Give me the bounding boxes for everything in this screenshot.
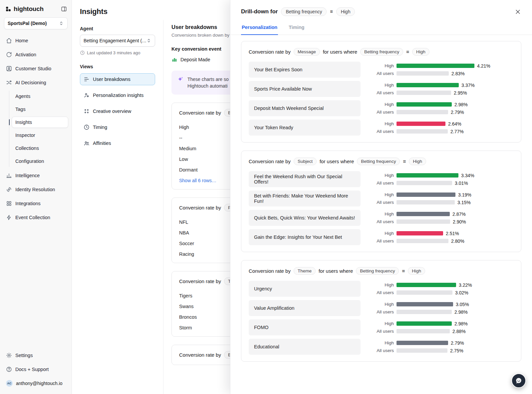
view-item-personalization-insights[interactable]: Personalization insights	[80, 89, 155, 101]
bar-series-label: High	[373, 340, 394, 345]
value-pill[interactable]: High	[409, 158, 426, 165]
card-header-prefix: Conversion rate by	[249, 49, 291, 55]
drilldown-card: Conversion rate byThemefor users whereBe…	[241, 260, 521, 362]
high-bar	[397, 64, 474, 68]
drawer-filter-pill[interactable]: Betting frequency	[281, 7, 327, 16]
sidebar-item-collections[interactable]: Collections	[12, 143, 68, 154]
close-icon[interactable]	[514, 8, 521, 15]
sidebar-item-agents[interactable]: Agents	[12, 91, 68, 102]
panel-collapse-icon[interactable]	[61, 6, 67, 12]
sidebar-item-inspector[interactable]: Inspector	[12, 130, 68, 141]
bar-value: 2.90%	[453, 219, 466, 224]
sidebar-item-insights[interactable]: Insights	[12, 117, 68, 128]
sidebar-item-event-collection[interactable]: Event Collection	[3, 211, 68, 223]
value-pill[interactable]: High	[408, 267, 425, 275]
bar-value: 3.05%	[456, 302, 469, 307]
user-account[interactable]: ACanthony@hightouch.io	[3, 377, 68, 389]
view-item-timing[interactable]: Timing	[80, 121, 155, 133]
metric-bars: High3.22%All users3.02%	[373, 282, 514, 295]
bar-series-label: High	[373, 321, 394, 326]
metric-bars: High3.05%All users2.98%	[373, 302, 514, 315]
chevron-updown-icon	[59, 21, 64, 26]
high-bar-line: High3.34%	[373, 173, 514, 178]
drawer-value-pill[interactable]: High	[336, 7, 355, 16]
card-header-prefix: Conversion rate by	[179, 110, 221, 116]
filter-pill[interactable]: Betting frequency	[360, 48, 403, 56]
sidebar-item-docs-support[interactable]: Docs + Support	[3, 363, 68, 375]
sidebar-item-intelligence[interactable]: Intelligence	[3, 170, 68, 182]
all-users-bar	[397, 219, 450, 224]
filter-pill[interactable]: Betting frequency	[357, 158, 400, 165]
brand-name: hightouch	[14, 5, 44, 13]
all-users-bar-line: All users2.77%	[373, 129, 514, 134]
bar-value: 2.95%	[454, 90, 467, 96]
metric-bars: High2.79%All users2.75%	[373, 340, 514, 353]
workspace-selector[interactable]: SportsPal (Demo)	[4, 17, 68, 29]
high-bar-line: High2.51%	[373, 231, 514, 236]
dimension-pill[interactable]: Subject	[294, 158, 317, 165]
metric-row: Your Token ReadyHigh2.64%All users2.77%	[249, 120, 514, 136]
sidebar-item-identity-resolution[interactable]: Identity Resolution	[3, 184, 68, 196]
view-item-creative-overview[interactable]: Creative overview	[80, 105, 155, 117]
sidebar-item-label: Home	[15, 38, 28, 43]
all-users-bar	[397, 290, 452, 295]
value-pill[interactable]: High	[412, 48, 429, 56]
high-bar-line: High3.19%	[373, 192, 514, 197]
metric-row: Value AmplificationHigh3.05%All users2.9…	[249, 300, 514, 316]
all-users-bar	[397, 310, 452, 314]
bar-value: 2.98%	[454, 309, 468, 315]
metric-row: UrgencyHigh3.22%All users3.02%	[249, 281, 514, 297]
all-users-bar-line: All users2.80%	[373, 238, 514, 244]
sidebar-item-configuration[interactable]: Configuration	[12, 156, 68, 167]
bar-value: 2.51%	[446, 231, 459, 236]
chat-icon	[515, 377, 522, 384]
user-email: anthony@hightouch.io	[16, 381, 63, 386]
sidebar-item-customer-studio[interactable]: Customer Studio	[3, 63, 68, 75]
ai-callout-line2: Hightouch automati	[187, 83, 229, 89]
sidebar-item-label: Customer Studio	[15, 66, 51, 71]
sidebar-nav: HomeActivationCustomer StudioAI Decision…	[0, 33, 72, 347]
metric-row-label: Educational	[249, 339, 361, 355]
sidebar-item-settings[interactable]: Settings	[3, 349, 68, 361]
user-breakdowns-icon	[84, 76, 90, 82]
last-updated-text: Last updated 3 minutes ago	[87, 50, 140, 55]
sidebar-item-tags[interactable]: Tags	[12, 104, 68, 115]
all-users-bar	[397, 71, 449, 76]
dimension-pill[interactable]: Theme	[294, 267, 316, 275]
sidebar-item-integrations[interactable]: Integrations	[3, 197, 68, 209]
views-label: Views	[80, 64, 155, 69]
card-header-prefix: Conversion rate by	[249, 268, 291, 274]
drilldown-card-header: Conversion rate byThemefor users whereBe…	[249, 267, 514, 275]
high-bar	[397, 122, 445, 126]
sidebar-item-label: Settings	[15, 353, 33, 358]
dimension-pill[interactable]: Message	[294, 48, 320, 56]
workspace-name: SportsPal (Demo)	[8, 21, 47, 26]
show-all-rows-link[interactable]: Show all 6 rows…	[179, 178, 216, 183]
tab-personalization[interactable]: Personalization	[241, 23, 278, 35]
bar-value: 2.83%	[451, 71, 465, 76]
all-users-bar	[397, 329, 450, 333]
view-item-label: Affinities	[93, 141, 111, 146]
sidebar-item-label: Identity Resolution	[15, 187, 55, 192]
metric-row-label: Your Token Ready	[249, 120, 361, 136]
view-item-affinities[interactable]: Affinities	[80, 137, 155, 149]
metric-row: Deposit Match Weekend SpecialHigh2.98%Al…	[249, 100, 514, 116]
bar-series-label: All users	[373, 290, 394, 295]
drawer-header: Drill-down for Betting frequency = High …	[230, 0, 532, 35]
agent-select[interactable]: Betting Engagement Agent (…	[80, 35, 155, 47]
view-item-user-breakdowns[interactable]: User breakdowns	[80, 73, 155, 85]
metric-row: Your Bet Expires SoonHigh4.21%All users2…	[249, 62, 514, 78]
ai-callout-text: These charts are so Hightouch automati	[187, 76, 229, 89]
filter-pill[interactable]: Betting frequency	[356, 267, 399, 275]
bar-value: 2.79%	[451, 110, 464, 115]
sidebar-item-activation[interactable]: Activation	[3, 49, 68, 61]
drawer-title-row: Drill-down for Betting frequency = High	[241, 7, 521, 16]
tab-timing[interactable]: Timing	[288, 23, 305, 35]
bar-value: 3.02%	[455, 290, 468, 295]
high-bar-line: High2.64%	[373, 121, 514, 127]
metric-row-label: Urgency	[249, 281, 361, 297]
chat-launcher[interactable]	[511, 373, 526, 388]
sidebar-item-ai-decisioning[interactable]: AI Decisioning	[3, 77, 68, 89]
sidebar-item-home[interactable]: Home	[3, 35, 68, 47]
metric-bars: High2.51%All users2.80%	[373, 231, 514, 244]
